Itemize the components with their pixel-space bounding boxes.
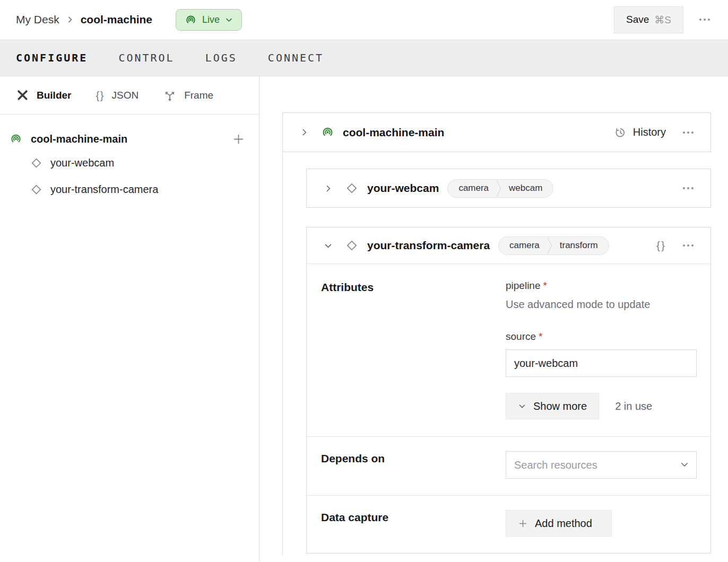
mode-frame-label: Frame <box>184 90 213 101</box>
pipeline-field: pipeline* Use advanced mode to update <box>506 280 697 311</box>
attributes-section: Attributes pipeline* Use advanced mode t… <box>307 264 710 436</box>
required-asterisk: * <box>539 331 542 342</box>
source-input[interactable] <box>506 349 697 377</box>
breadcrumb: My Desk cool-machine <box>16 13 152 26</box>
live-status-dropdown[interactable]: Live <box>176 9 242 31</box>
search-resources-input[interactable] <box>506 451 697 479</box>
breadcrumb-parent-link[interactable]: My Desk <box>16 13 59 26</box>
save-button-label: Save <box>626 14 649 25</box>
section-label: Depends on <box>321 451 506 479</box>
resource-tree: cool-machine-main your-webcam your-trans… <box>0 115 259 203</box>
mode-json[interactable]: {} JSON <box>96 89 138 102</box>
section-label: Attributes <box>321 280 506 419</box>
component-diamond-icon <box>30 156 43 170</box>
resource-type-badge: camera transform <box>498 236 609 255</box>
section-label: Data capture <box>321 510 506 537</box>
tab-logs[interactable]: LOGS <box>205 51 237 64</box>
overflow-menu-icon[interactable] <box>696 15 713 24</box>
overflow-menu-icon[interactable] <box>680 184 697 192</box>
card-title: cool-machine-main <box>343 126 444 139</box>
show-more-row: Show more 2 in use <box>506 393 697 419</box>
save-shortcut: ⌘S <box>654 14 671 26</box>
data-capture-section: Data capture Add method <box>307 495 710 553</box>
builder-tools-icon <box>16 89 29 102</box>
live-status-icon <box>185 14 197 26</box>
chevron-down-icon[interactable] <box>322 241 334 250</box>
depends-on-section: Depends on <box>307 436 710 495</box>
source-label: source <box>506 331 536 342</box>
mode-builder[interactable]: Builder <box>16 89 71 102</box>
your-transform-camera-card: your-transform-camera camera transform {… <box>306 227 711 554</box>
tab-control[interactable]: CONTROL <box>118 51 174 64</box>
sidebar: Builder {} JSON Frame <box>0 76 259 561</box>
top-bar: My Desk cool-machine Live Save ⌘S <box>0 0 728 39</box>
chevron-down-icon <box>225 16 233 24</box>
overflow-menu-icon[interactable] <box>680 241 697 250</box>
add-component-icon[interactable] <box>232 133 245 146</box>
plus-icon <box>518 519 528 529</box>
card-title: your-transform-camera <box>367 239 490 252</box>
tree-item-label: cool-machine-main <box>31 133 127 145</box>
card-title: your-webcam <box>367 182 439 195</box>
badge-type: camera <box>451 183 496 194</box>
history-icon <box>614 126 627 139</box>
config-panel: cool-machine-main History <box>259 76 728 561</box>
tab-bar: CONFIGURE CONTROL LOGS CONNECT <box>0 39 728 76</box>
source-field: source* <box>506 331 697 377</box>
show-more-button[interactable]: Show more <box>506 393 599 419</box>
breadcrumb-current: cool-machine <box>81 13 152 26</box>
tree-item-your-webcam[interactable]: your-webcam <box>0 150 259 176</box>
frame-axes-icon <box>163 89 177 102</box>
mode-builder-label: Builder <box>37 90 71 101</box>
pipeline-label: pipeline <box>506 280 541 291</box>
badge-divider-icon <box>496 180 501 197</box>
chevron-down-icon <box>518 402 526 410</box>
tree-connector-line <box>282 154 283 555</box>
save-button[interactable]: Save ⌘S <box>614 6 683 33</box>
component-diamond-icon <box>345 181 359 195</box>
pipeline-note: Use advanced mode to update <box>506 298 697 311</box>
breadcrumb-separator-icon <box>66 15 74 24</box>
badge-model: webcam <box>501 183 550 194</box>
add-method-button[interactable]: Add method <box>506 510 612 537</box>
machine-part-card: cool-machine-main History <box>282 112 711 152</box>
tree-item-your-transform-camera[interactable]: your-transform-camera <box>0 176 259 203</box>
tab-configure[interactable]: CONFIGURE <box>16 51 88 64</box>
history-button[interactable]: History <box>614 126 666 139</box>
tree-item-label: your-transform-camera <box>50 183 158 196</box>
tab-connect[interactable]: CONNECT <box>268 51 324 64</box>
badge-divider-icon <box>547 237 552 254</box>
view-mode-switcher: Builder {} JSON Frame <box>0 76 259 115</box>
in-use-count: 2 in use <box>615 400 652 412</box>
json-braces-icon: {} <box>96 89 104 102</box>
your-webcam-card: your-webcam camera webcam <box>306 169 711 208</box>
tree-item-machine-part[interactable]: cool-machine-main <box>0 128 259 150</box>
history-label: History <box>633 126 666 138</box>
machine-part-icon <box>10 133 22 145</box>
advanced-json-icon[interactable]: {} <box>656 239 666 252</box>
chevron-right-icon[interactable] <box>322 184 334 193</box>
chevron-right-icon[interactable] <box>298 128 310 137</box>
add-method-label: Add method <box>535 517 592 530</box>
resource-type-badge: camera webcam <box>447 179 553 198</box>
tree-item-label: your-webcam <box>50 157 114 169</box>
component-diamond-icon <box>30 183 43 196</box>
badge-model: transform <box>552 240 605 251</box>
overflow-menu-icon[interactable] <box>680 128 697 137</box>
live-status-label: Live <box>202 14 220 25</box>
required-asterisk: * <box>543 280 547 291</box>
attributes-fields: pipeline* Use advanced mode to update so… <box>506 280 697 419</box>
badge-type: camera <box>502 240 547 251</box>
depends-on-select <box>506 451 697 479</box>
component-diamond-icon <box>345 239 359 252</box>
machine-part-icon <box>321 126 334 139</box>
show-more-label: Show more <box>533 400 587 412</box>
mode-frame[interactable]: Frame <box>163 89 213 102</box>
mode-json-label: JSON <box>111 90 138 101</box>
content-area: Builder {} JSON Frame <box>0 76 728 561</box>
